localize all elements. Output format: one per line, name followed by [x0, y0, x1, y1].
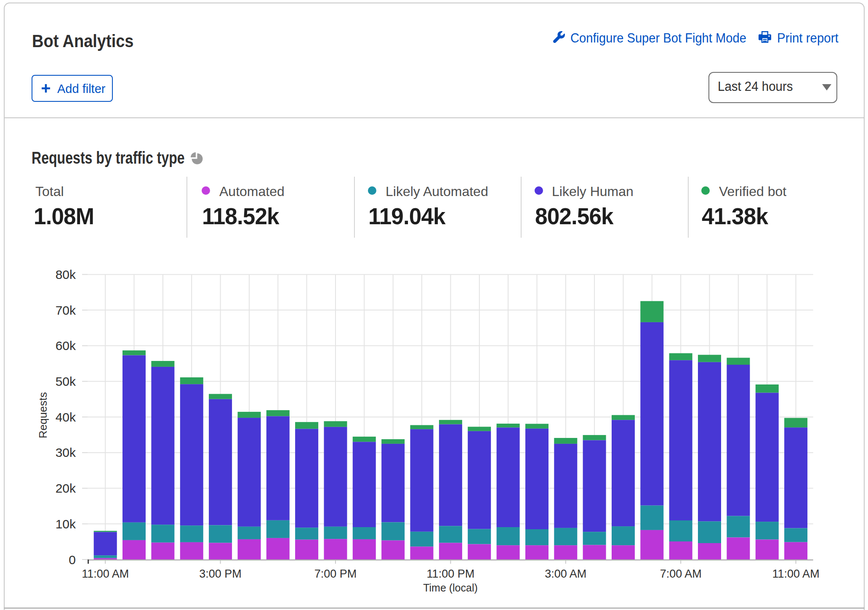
svg-text:60k: 60k — [56, 339, 76, 353]
svg-text:Time (local): Time (local) — [423, 582, 478, 594]
svg-text:30k: 30k — [56, 446, 76, 459]
svg-text:11:00 PM: 11:00 PM — [427, 568, 475, 580]
svg-text:50k: 50k — [56, 374, 76, 388]
svg-text:7:00 AM: 7:00 AM — [660, 568, 702, 580]
svg-text:3:00 PM: 3:00 PM — [199, 568, 242, 580]
svg-text:11:00 AM: 11:00 AM — [772, 568, 820, 580]
svg-text:80k: 80k — [56, 268, 76, 281]
svg-text:20k: 20k — [56, 481, 76, 495]
svg-text:70k: 70k — [56, 303, 76, 317]
svg-text:3:00 AM: 3:00 AM — [545, 568, 586, 580]
svg-text:0: 0 — [69, 553, 76, 567]
svg-text:40k: 40k — [56, 410, 76, 424]
svg-text:Requests: Requests — [37, 392, 49, 438]
svg-text:10k: 10k — [56, 517, 76, 531]
svg-text:11:00 AM: 11:00 AM — [82, 568, 129, 580]
svg-text:7:00 PM: 7:00 PM — [314, 568, 357, 580]
